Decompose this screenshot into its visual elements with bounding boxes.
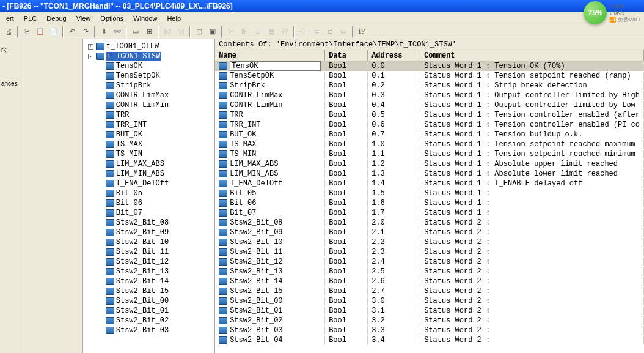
- redo-icon[interactable]: ↷: [79, 26, 92, 38]
- table-row[interactable]: Bit_07Bool1.7Status Word 1 :: [215, 208, 644, 218]
- table-row[interactable]: TS_MINBool1.1Status Word 1 : Tension set…: [215, 149, 644, 159]
- tree-item[interactable]: Stsw2_Bit_03: [83, 325, 214, 335]
- tree-item[interactable]: TensSetpOK: [83, 71, 214, 81]
- tree-item[interactable]: Stsw2_Bit_12: [83, 257, 214, 267]
- box-icon[interactable]: ▭: [337, 26, 349, 38]
- cell-name: Bit_05: [230, 189, 256, 198]
- tree-item[interactable]: -t_TCON1_STSW: [83, 51, 214, 61]
- branch-icon[interactable]: ⊏: [324, 26, 336, 38]
- table-row[interactable]: Stsw2_Bit_15Bool2.7Status Word 2 :: [215, 286, 644, 296]
- unknown-icon[interactable]: ⁇: [279, 26, 291, 38]
- tree-item[interactable]: Stsw2_Bit_11: [83, 247, 214, 257]
- header-comment[interactable]: Comment: [420, 50, 644, 61]
- header-datatype[interactable]: Data Type: [325, 50, 368, 61]
- tree-item[interactable]: Bit_05: [83, 188, 214, 198]
- print-icon[interactable]: 🖨: [2, 26, 15, 38]
- table-row[interactable]: LIM_MIN_ABSBool1.3Status Word 1 : Absolu…: [215, 169, 644, 179]
- tree-item[interactable]: Stsw2_Bit_15: [83, 286, 214, 296]
- view2-icon[interactable]: ▣: [207, 26, 219, 38]
- table-row[interactable]: TensSetpOKBool0.1Status Word 1 : Tension…: [215, 71, 644, 81]
- table-row[interactable]: CONTR_LimMinBool0.4Status Word 1 : Outpu…: [215, 100, 644, 110]
- copy-icon[interactable]: 📋: [34, 26, 46, 38]
- tree-item[interactable]: T_ENA_DelOff: [83, 179, 214, 188]
- network-icon[interactable]: ⊞: [143, 26, 155, 38]
- stl-icon[interactable]: ≡: [252, 26, 264, 38]
- table-row[interactable]: Stsw2_Bit_09Bool2.1Status Word 2 :: [215, 228, 644, 237]
- tree-item[interactable]: Bit_07: [83, 208, 214, 218]
- tree-item[interactable]: TensOK: [83, 61, 214, 71]
- menu-view[interactable]: View: [71, 13, 96, 23]
- tree-panel[interactable]: +t_TCON1_CTLW-t_TCON1_STSWTensOKTensSetp…: [83, 39, 215, 353]
- paste-icon[interactable]: 📄: [48, 26, 60, 38]
- tree-item[interactable]: Stsw2_Bit_13: [83, 267, 214, 277]
- tree-item[interactable]: +t_TCON1_CTLW: [83, 42, 214, 51]
- table-row[interactable]: TensOKBool0.0Status Word 1 : Tension OK …: [215, 61, 644, 71]
- tree-item[interactable]: CONTR_LimMin: [83, 100, 214, 110]
- menu-window[interactable]: Window: [128, 13, 162, 23]
- tree-item[interactable]: LIM_MIN_ABS: [83, 169, 214, 179]
- block-icon[interactable]: ▭: [130, 26, 142, 38]
- tree-item[interactable]: StripBrk: [83, 81, 214, 91]
- grid-body[interactable]: TensOKBool0.0Status Word 1 : Tension OK …: [215, 61, 644, 353]
- table-row[interactable]: Stsw2_Bit_13Bool2.5Status Word 2 :: [215, 267, 644, 277]
- tree-item[interactable]: Bit_06: [83, 198, 214, 208]
- cut-icon[interactable]: ✂: [21, 26, 33, 38]
- help-icon[interactable]: ℹ?: [356, 26, 368, 38]
- header-name[interactable]: Name: [215, 50, 325, 61]
- nav-next-icon[interactable]: ▷|: [175, 26, 187, 38]
- download-icon[interactable]: ⬇: [98, 26, 110, 38]
- fbd-icon[interactable]: ⊪: [238, 26, 251, 38]
- table-row[interactable]: Stsw2_Bit_00Bool3.0Status Word 2 :: [215, 296, 644, 306]
- tree-item[interactable]: Stsw2_Bit_08: [83, 218, 214, 228]
- table-row[interactable]: Stsw2_Bit_11Bool2.3Status Word 2 :: [215, 247, 644, 257]
- table-row[interactable]: StripBrkBool0.2Status Word 1 : Strip bre…: [215, 81, 644, 91]
- table-row[interactable]: Stsw2_Bit_14Bool2.6Status Word 2 :: [215, 277, 644, 286]
- lad-icon[interactable]: ⊩: [225, 26, 237, 38]
- table-row[interactable]: Stsw2_Bit_10Bool2.2Status Word 2 :: [215, 237, 644, 247]
- table-row[interactable]: T_ENA_DelOffBool1.4Status Word 1 : T_ENA…: [215, 179, 644, 188]
- table-row[interactable]: Bit_06Bool1.6Status Word 1 :: [215, 198, 644, 208]
- tree-item[interactable]: CONTR_LimMax: [83, 91, 214, 100]
- table-row[interactable]: TS_MAXBool1.0Status Word 1 : Tension set…: [215, 139, 644, 149]
- expand-toggle-icon[interactable]: +: [88, 44, 93, 50]
- table-row[interactable]: LIM_MAX_ABSBool1.2Status Word 1 : Absolu…: [215, 159, 644, 169]
- coil-icon[interactable]: ⊂: [310, 26, 323, 38]
- tree-item[interactable]: LIM_MAX_ABS: [83, 159, 214, 169]
- table-row[interactable]: Stsw2_Bit_03Bool3.3Status Word 2 :: [215, 325, 644, 335]
- expand-toggle-icon[interactable]: -: [88, 54, 93, 59]
- tree-item[interactable]: TRR_INT: [83, 120, 214, 130]
- table-row[interactable]: TRR_INTBool0.6Status Word 1 : Tension co…: [215, 120, 644, 130]
- menu-help[interactable]: Help: [162, 13, 186, 23]
- table-row[interactable]: Stsw2_Bit_01Bool3.1Status Word 2 :: [215, 306, 644, 316]
- table-row[interactable]: Stsw2_Bit_08Bool2.0Status Word 2 :: [215, 218, 644, 228]
- undo-icon[interactable]: ↶: [66, 26, 78, 38]
- tree-item[interactable]: BUT_OK: [83, 130, 214, 139]
- table-row[interactable]: Stsw2_Bit_12Bool2.4Status Word 2 :: [215, 257, 644, 267]
- tree-item[interactable]: Stsw2_Bit_09: [83, 228, 214, 237]
- tree-item[interactable]: Stsw2_Bit_00: [83, 296, 214, 306]
- graph-icon[interactable]: ▤: [265, 26, 277, 38]
- cell-type: Bool: [325, 267, 368, 276]
- menu-plc[interactable]: PLC: [19, 13, 42, 23]
- tree-item[interactable]: Stsw2_Bit_01: [83, 306, 214, 316]
- table-row[interactable]: Stsw2_Bit_02Bool3.2Status Word 2 :: [215, 316, 644, 325]
- monitor-icon[interactable]: 👓: [111, 26, 123, 38]
- table-row[interactable]: BUT_OKBool0.7Status Word 1 : Tension bui…: [215, 130, 644, 139]
- nav-prev-icon[interactable]: |◁: [161, 26, 174, 38]
- contact-icon[interactable]: ⊣⊢: [297, 26, 309, 38]
- tree-item[interactable]: TS_MAX: [83, 139, 214, 149]
- view1-icon[interactable]: ▢: [193, 26, 205, 38]
- tree-item[interactable]: TS_MIN: [83, 149, 214, 159]
- tree-item[interactable]: Stsw2_Bit_14: [83, 277, 214, 286]
- tree-item[interactable]: TRR: [83, 110, 214, 120]
- table-row[interactable]: Stsw2_Bit_04Bool3.4Status Word 2 :: [215, 335, 644, 345]
- menu-insert[interactable]: ert: [1, 13, 19, 23]
- menu-options[interactable]: Options: [95, 13, 128, 23]
- table-row[interactable]: TRRBool0.5Status Word 1 : Tension contro…: [215, 110, 644, 120]
- tree-item[interactable]: Stsw2_Bit_02: [83, 316, 214, 325]
- table-row[interactable]: CONTR_LimMaxBool0.3Status Word 1 : Outpu…: [215, 91, 644, 100]
- tree-item[interactable]: Stsw2_Bit_10: [83, 237, 214, 247]
- table-row[interactable]: Bit_05Bool1.5Status Word 1 :: [215, 188, 644, 198]
- header-address[interactable]: Address: [368, 50, 420, 61]
- menu-debug[interactable]: Debug: [42, 13, 71, 23]
